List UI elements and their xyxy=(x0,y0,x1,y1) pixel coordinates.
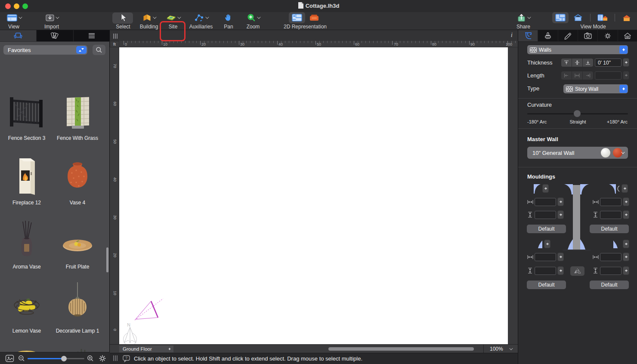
thumbnail-size-slider[interactable] xyxy=(28,358,84,359)
info-icon[interactable]: i xyxy=(511,31,513,39)
representation-alt-button[interactable] xyxy=(306,12,322,23)
thickness-alignment-segment[interactable] xyxy=(561,59,593,67)
category-select[interactable]: Favorites xyxy=(3,45,87,55)
length-stepper[interactable] xyxy=(623,71,629,80)
tab-list[interactable] xyxy=(74,30,110,41)
align-top-button[interactable] xyxy=(561,59,572,67)
crown-left-width-input[interactable] xyxy=(535,198,556,206)
fireplace-12-thumbnail xyxy=(3,154,51,197)
crown-left-height-input[interactable] xyxy=(535,211,556,219)
view-mode-elevation-button[interactable] xyxy=(570,12,586,23)
thickness-stepper[interactable] xyxy=(623,58,629,67)
building-tool-button[interactable]: Building xyxy=(136,12,161,30)
list-item[interactable]: Fruit Plate xyxy=(53,218,102,270)
sidebar-scrollbar[interactable] xyxy=(106,247,108,272)
select-tool-button[interactable]: Select xyxy=(111,12,135,30)
base-left-width-input[interactable] xyxy=(535,253,556,261)
drag-handle-icon[interactable] xyxy=(113,33,118,40)
tab-furniture[interactable] xyxy=(0,30,37,41)
tab-building-properties[interactable] xyxy=(618,30,637,41)
align-center-h-button[interactable] xyxy=(572,71,582,80)
wall-type-select[interactable]: Story Wall xyxy=(563,84,628,93)
gear-icon[interactable] xyxy=(98,354,107,363)
tab-object-properties[interactable] xyxy=(518,30,538,41)
item-label: Decorative Lamp 1 xyxy=(53,328,102,334)
base-right-stepper[interactable] xyxy=(623,240,629,248)
zoom-in-icon[interactable] xyxy=(87,355,94,362)
tab-2d-properties[interactable] xyxy=(558,30,578,41)
search-button[interactable] xyxy=(93,45,105,55)
crown-right-default-button[interactable]: Default xyxy=(590,225,629,233)
floor-plan-canvas[interactable]: N xyxy=(119,47,508,344)
view-mode-split-button[interactable] xyxy=(594,12,611,23)
base-moulding-wall-left xyxy=(568,239,573,250)
crown-left-width-stepper[interactable] xyxy=(557,197,564,206)
picture-view-icon[interactable] xyxy=(5,354,14,363)
curvature-slider-thumb[interactable] xyxy=(574,110,581,117)
align-right-button[interactable] xyxy=(583,71,593,80)
decorative-lamp-1-thumbnail xyxy=(53,282,102,325)
building-icon xyxy=(142,14,152,22)
crown-right-stepper[interactable] xyxy=(622,184,628,193)
plan-2d-button[interactable] xyxy=(289,12,305,23)
base-right-height-input[interactable] xyxy=(600,267,622,275)
auxiliaries-tool-button[interactable]: Auxiliaries xyxy=(186,12,216,30)
list-item[interactable]: Aroma Vase xyxy=(3,218,51,270)
length-input[interactable] xyxy=(595,71,622,80)
align-left-button[interactable] xyxy=(561,71,572,80)
share-button[interactable]: Share xyxy=(511,12,535,30)
floor-selector[interactable]: Ground Floor xyxy=(119,345,173,352)
object-type-select[interactable]: Walls xyxy=(527,45,628,54)
slider-thumb[interactable] xyxy=(61,356,67,361)
length-alignment-segment[interactable] xyxy=(561,71,593,80)
base-left-stepper[interactable] xyxy=(544,240,550,248)
crown-right-width-input[interactable] xyxy=(600,198,622,206)
base-right-height-stepper[interactable] xyxy=(623,266,629,275)
pan-tool-button[interactable]: Pan xyxy=(218,12,239,30)
list-item[interactable]: Lemon Vase xyxy=(3,282,51,334)
list-item[interactable]: Vase 4 xyxy=(53,154,102,206)
base-left-default-button[interactable]: Default xyxy=(527,281,566,289)
tab-camera[interactable] xyxy=(578,30,598,41)
zoom-out-icon[interactable] xyxy=(18,355,25,362)
base-left-height-stepper[interactable] xyxy=(557,266,564,275)
crown-right-height-stepper[interactable] xyxy=(623,210,629,219)
view-mode-3d-button[interactable] xyxy=(619,12,634,23)
base-left-width-stepper[interactable] xyxy=(557,253,564,261)
site-tool-button[interactable]: Site xyxy=(162,12,184,30)
drag-handle-icon[interactable] xyxy=(113,355,118,362)
view-mode-2d-button[interactable] xyxy=(552,12,569,23)
crown-left-default-button[interactable]: Default xyxy=(527,225,566,233)
zoom-level-control[interactable]: 100% xyxy=(483,345,518,353)
base-left-height-input[interactable] xyxy=(535,267,556,275)
list-item[interactable]: Fireplace 12 xyxy=(3,154,51,206)
crown-right-width-stepper[interactable] xyxy=(623,197,629,206)
import-button[interactable]: Import xyxy=(40,12,64,30)
base-right-width-stepper[interactable] xyxy=(623,253,629,261)
list-item[interactable]: Fence Section 3 xyxy=(3,89,51,141)
list-item[interactable]: Fence With Grass xyxy=(53,89,102,141)
tab-materials[interactable] xyxy=(538,30,558,41)
crown-left-stepper[interactable] xyxy=(542,184,549,193)
align-bottom-button[interactable] xyxy=(583,59,593,67)
list-item[interactable]: Decorative Lamp 1 xyxy=(53,282,102,334)
chevron-down-icon xyxy=(56,15,59,19)
master-wall-select[interactable]: 10" General Wall xyxy=(527,147,628,159)
mirror-mouldings-button[interactable] xyxy=(570,266,584,276)
wall-diagram xyxy=(573,185,580,250)
chevron-down-icon xyxy=(509,346,513,350)
tab-materials[interactable] xyxy=(37,30,73,41)
base-right-width-input[interactable] xyxy=(600,253,622,261)
zoom-tool-button[interactable]: Zoom xyxy=(241,12,265,30)
crown-left-height-stepper[interactable] xyxy=(557,210,564,219)
base-right-default-button[interactable]: Default xyxy=(590,281,629,289)
separator xyxy=(615,14,615,22)
thickness-input[interactable]: 0' 10" xyxy=(595,59,622,67)
view-button[interactable]: View xyxy=(3,12,25,30)
import-label: Import xyxy=(40,24,64,30)
horizontal-scrollbar[interactable] xyxy=(328,347,474,351)
crown-right-height-input[interactable] xyxy=(600,211,622,219)
align-center-button[interactable] xyxy=(572,59,582,67)
tab-lighting[interactable] xyxy=(598,30,618,41)
camera-marker[interactable] xyxy=(131,298,164,324)
